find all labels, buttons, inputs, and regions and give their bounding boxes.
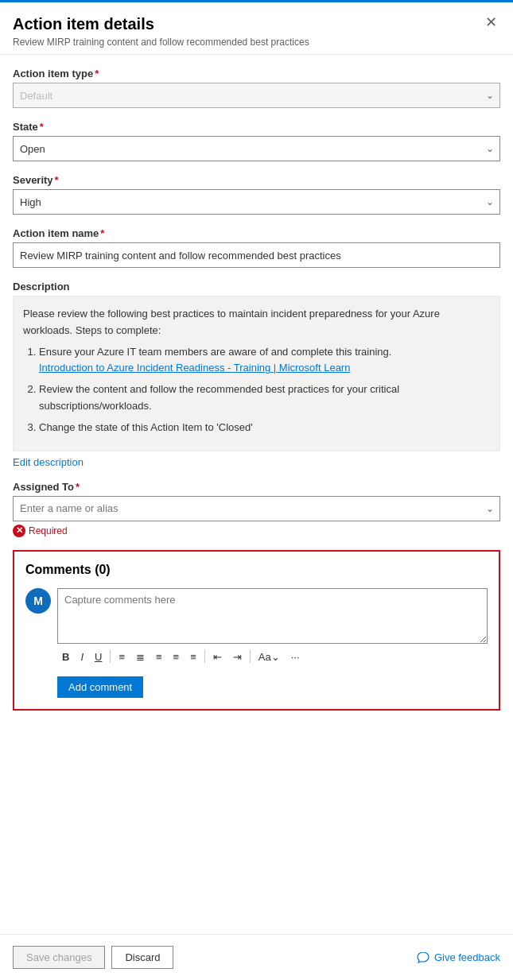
footer-left: Save changes Discard bbox=[13, 946, 173, 969]
outdent-button[interactable]: ⇤ bbox=[208, 649, 227, 665]
assigned-to-field: Assigned To * ⌄ ✕ Required bbox=[13, 481, 500, 537]
required-star: * bbox=[55, 174, 59, 186]
indent-button[interactable]: ⇥ bbox=[228, 649, 247, 665]
required-error: ✕ Required bbox=[13, 525, 500, 537]
bold-button[interactable]: B bbox=[57, 649, 74, 665]
required-star: * bbox=[40, 121, 44, 133]
severity-field: Severity * High Medium Low ⌄ bbox=[13, 174, 500, 215]
action-item-details-panel: Action item details Review MIRP training… bbox=[0, 0, 513, 980]
action-item-type-select-wrapper: Default ⌄ bbox=[13, 83, 500, 108]
assigned-to-input[interactable] bbox=[13, 496, 500, 521]
underline-button[interactable]: U bbox=[90, 649, 107, 665]
description-intro: Please review the following best practic… bbox=[23, 308, 440, 336]
save-changes-button[interactable]: Save changes bbox=[13, 946, 105, 969]
panel-footer: Save changes Discard Give feedback bbox=[0, 934, 513, 980]
action-item-type-select[interactable]: Default bbox=[13, 83, 500, 108]
description-label: Description bbox=[13, 281, 500, 292]
state-select-wrapper: Open Closed ⌄ bbox=[13, 136, 500, 161]
action-item-type-label: Action item type * bbox=[13, 68, 500, 79]
toolbar-separator-3 bbox=[250, 650, 251, 663]
comment-textarea[interactable] bbox=[57, 588, 488, 644]
description-step-3: Change the state of this Action Item to … bbox=[39, 420, 490, 436]
state-select[interactable]: Open Closed bbox=[13, 136, 500, 161]
feedback-label: Give feedback bbox=[434, 951, 500, 963]
toolbar-separator bbox=[110, 650, 111, 663]
align-right-button[interactable]: ≡ bbox=[169, 649, 185, 665]
severity-select-wrapper: High Medium Low ⌄ bbox=[13, 189, 500, 215]
severity-label: Severity * bbox=[13, 174, 500, 186]
give-feedback-link[interactable]: Give feedback bbox=[417, 951, 500, 964]
comment-toolbar: B I U ≡ ≣ ≡ ≡ ≡ ⇤ ⇥ Aa⌄ ··· bbox=[57, 644, 488, 670]
description-step-1: Ensure your Azure IT team members are aw… bbox=[39, 344, 490, 378]
description-step-2: Review the content and follow the recomm… bbox=[39, 382, 490, 415]
severity-select[interactable]: High Medium Low bbox=[13, 189, 500, 215]
required-star: * bbox=[76, 481, 80, 493]
avatar: M bbox=[25, 588, 51, 614]
panel-header: Action item details Review MIRP training… bbox=[0, 2, 513, 55]
align-left-button[interactable]: ≡ bbox=[114, 649, 130, 665]
description-steps: Ensure your Azure IT team members are aw… bbox=[23, 344, 490, 436]
align-justify-button[interactable]: ≡ bbox=[185, 649, 201, 665]
comment-input-row: M bbox=[25, 588, 488, 644]
assigned-to-select-wrapper: ⌄ bbox=[13, 496, 500, 521]
panel-body: Action item type * Default ⌄ State * Ope… bbox=[0, 55, 513, 934]
state-label: State * bbox=[13, 121, 500, 133]
action-item-type-field: Action item type * Default ⌄ bbox=[13, 68, 500, 108]
italic-button[interactable]: I bbox=[76, 649, 88, 665]
required-star: * bbox=[95, 68, 99, 79]
description-box: Please review the following best practic… bbox=[13, 296, 500, 451]
feedback-icon bbox=[417, 951, 429, 964]
action-item-name-label: Action item name * bbox=[13, 227, 500, 239]
required-star: * bbox=[100, 227, 104, 239]
add-comment-button[interactable]: Add comment bbox=[57, 676, 143, 698]
training-link[interactable]: Introduction to Azure Incident Readiness… bbox=[39, 362, 350, 374]
action-item-name-field: Action item name * bbox=[13, 227, 500, 268]
comments-title: Comments (0) bbox=[25, 563, 488, 577]
discard-button[interactable]: Discard bbox=[111, 946, 173, 969]
action-item-name-input[interactable] bbox=[13, 242, 500, 268]
panel-title: Action item details bbox=[13, 15, 500, 33]
error-icon: ✕ bbox=[13, 525, 25, 537]
font-size-button[interactable]: Aa⌄ bbox=[254, 649, 285, 665]
comments-section: Comments (0) M B I U ≡ ≣ ≡ ≡ ≡ ⇤ ⇥ Aa⌄ bbox=[13, 550, 500, 711]
assigned-to-label: Assigned To * bbox=[13, 481, 500, 493]
more-button[interactable]: ··· bbox=[286, 649, 305, 665]
panel-subtitle: Review MIRP training content and follow … bbox=[13, 37, 500, 48]
edit-description-link[interactable]: Edit description bbox=[13, 456, 84, 468]
description-field: Description Please review the following … bbox=[13, 281, 500, 468]
close-button[interactable]: ✕ bbox=[480, 14, 502, 31]
list-button[interactable]: ≣ bbox=[131, 649, 150, 665]
align-center-button[interactable]: ≡ bbox=[151, 649, 167, 665]
state-field: State * Open Closed ⌄ bbox=[13, 121, 500, 161]
required-error-text: Required bbox=[29, 525, 68, 536]
toolbar-separator-2 bbox=[204, 650, 205, 663]
